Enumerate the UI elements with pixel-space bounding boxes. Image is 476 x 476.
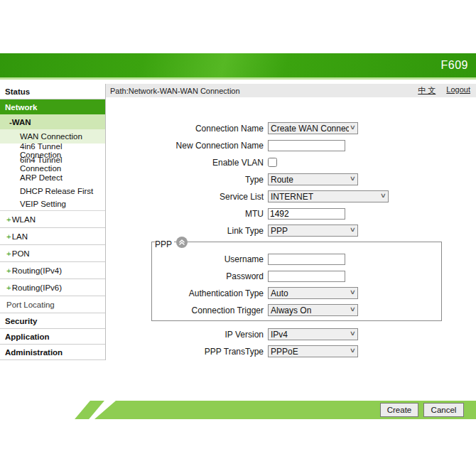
ppp-transtype-label: PPP TransType [106, 347, 268, 357]
type-label: Type [106, 175, 268, 185]
sidebar-item-port-locating[interactable]: Port Locating [0, 296, 105, 313]
password-input[interactable] [268, 271, 345, 282]
ppp-group: PPP Username Password Authentication [151, 242, 442, 321]
username-label: Username [152, 254, 268, 264]
sidebar-item-6in4-tunnel[interactable]: 6in4 Tunnel Connection [0, 157, 105, 171]
ppp-transtype-select[interactable]: PPPoE [268, 345, 358, 357]
ppp-group-legend: PPP [155, 239, 188, 249]
sidebar-item-pon[interactable]: +PON [0, 245, 105, 262]
link-type-select[interactable]: PPP [268, 225, 358, 237]
connection-trigger-label: Connection Trigger [152, 305, 268, 315]
enable-vlan-label: Enable VLAN [106, 158, 268, 168]
password-label: Password [152, 271, 268, 281]
username-input[interactable] [268, 254, 345, 265]
enable-vlan-checkbox[interactable] [268, 158, 277, 167]
link-type-label: Link Type [106, 226, 268, 236]
cancel-button[interactable]: Cancel [423, 403, 464, 417]
sidebar-item-security[interactable]: Security [0, 313, 105, 329]
type-select[interactable]: Route [268, 173, 358, 185]
mtu-label: MTU [106, 209, 268, 219]
ip-version-select[interactable]: IPv4 [268, 328, 358, 340]
ip-version-label: IP Version [106, 330, 268, 340]
expand-plus-icon: + [6, 215, 11, 224]
sidebar-item-routing-ipv4[interactable]: +Routing(IPv4) [0, 262, 105, 279]
new-connection-name-label: New Connection Name [106, 141, 268, 151]
sidebar-item-lan[interactable]: +LAN [0, 228, 105, 245]
sidebar-item-wan[interactable]: -WAN [0, 114, 105, 129]
language-toggle-link[interactable]: 中 文 [418, 85, 436, 96]
sidebar-item-administration[interactable]: Administration [0, 345, 105, 360]
connection-trigger-select[interactable]: Always On [268, 304, 358, 316]
expand-plus-icon: + [6, 283, 11, 292]
connection-name-label: Connection Name [106, 124, 268, 134]
wan-connection-form: Connection Name Create WAN Connection Ne… [106, 97, 476, 362]
device-model-title: F609 [441, 59, 468, 72]
service-list-select[interactable]: INTERNET [268, 190, 389, 202]
logout-link[interactable]: Logout [446, 85, 470, 96]
breadcrumb: Path:Network-WAN-WAN Connection [110, 87, 240, 95]
mtu-input[interactable] [268, 208, 345, 220]
expand-plus-icon: + [6, 232, 11, 241]
expand-plus-icon: + [6, 266, 11, 275]
ppp-group-title: PPP [155, 239, 174, 249]
sidebar-item-application[interactable]: Application [0, 329, 105, 345]
router-admin-page: F609 Path:Network-WAN-WAN Connection 中 文… [0, 0, 476, 476]
authentication-type-select[interactable]: Auto [268, 287, 358, 299]
sidebar-item-routing-ipv6[interactable]: +Routing(IPv6) [0, 279, 105, 296]
sidebar-item-network[interactable]: Network [0, 99, 105, 114]
sidebar-item-wlan[interactable]: +WLAN [0, 211, 105, 228]
sidebar-item-dhcp-release-first[interactable]: DHCP Release First [0, 184, 105, 198]
header-banner: F609 [0, 53, 476, 80]
new-connection-name-input[interactable] [268, 140, 345, 151]
create-button[interactable]: Create [380, 403, 418, 417]
breadcrumb-bar: Path:Network-WAN-WAN Connection 中 文 Logo… [106, 84, 476, 97]
sidebar-item-status[interactable]: Status [0, 84, 105, 99]
sidebar-nav: Status Network -WAN WAN Connection 4in6 … [0, 84, 106, 360]
sidebar-item-arp-detect[interactable]: ARP Detect [0, 171, 105, 184]
service-list-label: Service List [106, 192, 268, 202]
connection-name-select[interactable]: Create WAN Connection [268, 122, 358, 134]
collapse-section-icon[interactable] [176, 237, 188, 248]
footer-bar [94, 401, 476, 419]
sidebar-item-veip-setting[interactable]: VEIP Setting [0, 198, 105, 211]
authentication-type-label: Authentication Type [152, 288, 268, 298]
expand-plus-icon: + [6, 249, 11, 258]
